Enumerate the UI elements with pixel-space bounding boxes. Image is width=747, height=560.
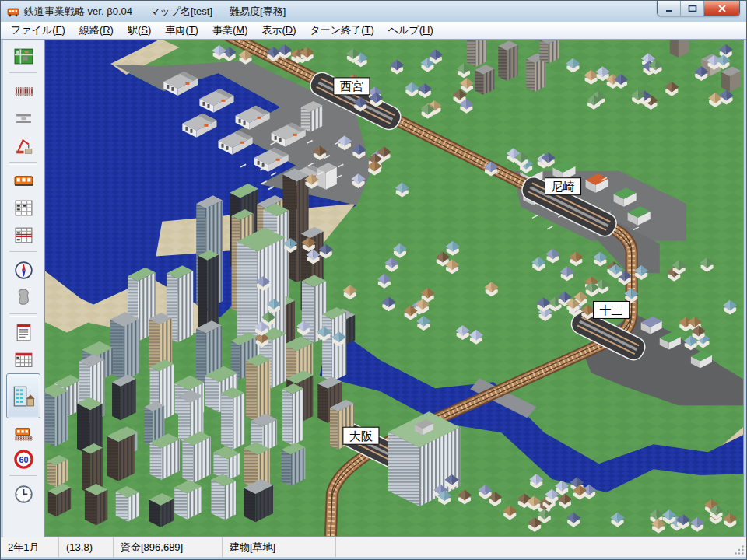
status-coordinates: (13,8) — [59, 537, 114, 557]
map-viewport: 西宮尼崎十三大阪 — [44, 40, 744, 537]
map-name-label: マップ名[test] — [149, 5, 212, 19]
toolbar-separator — [9, 72, 37, 75]
status-date: 2年1月 — [1, 537, 59, 557]
rail-icon — [13, 81, 34, 102]
toolbar: 60 — [3, 40, 44, 537]
clock-icon — [13, 484, 34, 505]
menu-bar: ファイル(F)線路(R)駅(S)車両(T)事業(M)表示(D)ターン終了(T)ヘ… — [1, 22, 746, 40]
tool-train-diagram[interactable] — [6, 222, 40, 249]
station-label-nishinomiya: 西宮 — [334, 78, 370, 95]
crane-icon — [13, 135, 34, 156]
status-funds: 資金[896,689] — [114, 537, 223, 557]
tool-building[interactable] — [6, 373, 40, 418]
ledger-icon — [13, 349, 34, 370]
tool-timetable[interactable] — [6, 194, 40, 222]
svg-text:西宮: 西宮 — [340, 79, 363, 93]
svg-text:十三: 十三 — [600, 303, 623, 317]
menu-view[interactable]: 表示(D) — [254, 22, 303, 39]
tool-compass[interactable] — [6, 257, 40, 284]
train-icon — [13, 170, 34, 191]
maximize-button[interactable] — [681, 1, 704, 16]
tool-demolish[interactable] — [6, 132, 40, 159]
station-label-juso: 十三 — [594, 301, 630, 318]
menu-rail[interactable]: 線路(R) — [72, 22, 121, 39]
toolbar-separator — [9, 162, 37, 165]
toolbar-separator — [9, 251, 37, 254]
tool-map-overview[interactable] — [6, 43, 40, 70]
toolbar-separator — [9, 475, 37, 478]
tool-report[interactable] — [6, 319, 40, 346]
window-frame-bottom — [1, 557, 746, 559]
menu-end-turn[interactable]: ターン終了(T) — [303, 22, 381, 39]
terrain-icon — [13, 287, 34, 308]
app-icon — [7, 5, 19, 18]
window-title: 鉄道事業戦略 ver. β0.04 — [24, 5, 132, 19]
close-button[interactable] — [704, 1, 739, 16]
status-bar: 2年1月 (13,8) 資金[896,689] 建物[草地] — [1, 537, 746, 557]
map-icon — [13, 46, 34, 67]
tool-terrain[interactable] — [6, 284, 40, 311]
app-window: 鉄道事業戦略 ver. β0.04 マップ名[test] 難易度[専務] ファイ… — [0, 0, 747, 560]
tool-speed-limit[interactable]: 60 — [6, 446, 40, 473]
tool-vehicle[interactable] — [6, 167, 40, 194]
minimize-icon — [664, 4, 675, 13]
table-icon — [13, 198, 34, 219]
svg-text:尼崎: 尼崎 — [551, 180, 574, 193]
tool-clock[interactable] — [6, 481, 40, 508]
minimize-button[interactable] — [658, 1, 681, 16]
difficulty-label: 難易度[専務] — [230, 5, 286, 19]
menu-business[interactable]: 事業(M) — [205, 22, 255, 39]
menu-vehicle[interactable]: 車両(T) — [158, 22, 205, 39]
svg-text:大阪: 大阪 — [349, 429, 373, 443]
maximize-icon — [687, 4, 698, 13]
status-selection: 建物[草地] — [223, 537, 336, 557]
close-icon — [717, 4, 728, 13]
platform-icon — [13, 108, 34, 129]
tool-build-rail[interactable] — [6, 78, 40, 105]
game-map[interactable]: 西宮尼崎十三大阪 — [45, 40, 743, 536]
menu-file[interactable]: ファイル(F) — [4, 22, 72, 39]
station-label-amagasaki: 尼崎 — [545, 178, 580, 195]
resize-grip[interactable] — [735, 545, 745, 555]
depot-icon — [13, 422, 34, 443]
main-area: 60 西宮尼崎十三大阪 — [1, 40, 746, 537]
title-bar[interactable]: 鉄道事業戦略 ver. β0.04 マップ名[test] 難易度[専務] — [1, 1, 746, 22]
compass-icon — [13, 260, 34, 281]
tool-depot[interactable] — [6, 418, 40, 446]
table-red-icon — [13, 225, 34, 246]
report-icon — [13, 322, 34, 343]
building-icon — [11, 380, 36, 411]
tool-build-station[interactable] — [6, 105, 40, 132]
window-controls — [657, 1, 740, 16]
status-spacer — [336, 537, 746, 557]
tool-ledger[interactable] — [6, 346, 40, 373]
speed-icon: 60 — [13, 449, 34, 470]
station-label-osaka: 大阪 — [343, 427, 379, 444]
menu-station[interactable]: 駅(S) — [121, 22, 158, 39]
svg-text:60: 60 — [19, 455, 28, 464]
menu-help[interactable]: ヘルプ(H) — [381, 22, 440, 39]
toolbar-separator — [9, 313, 37, 317]
